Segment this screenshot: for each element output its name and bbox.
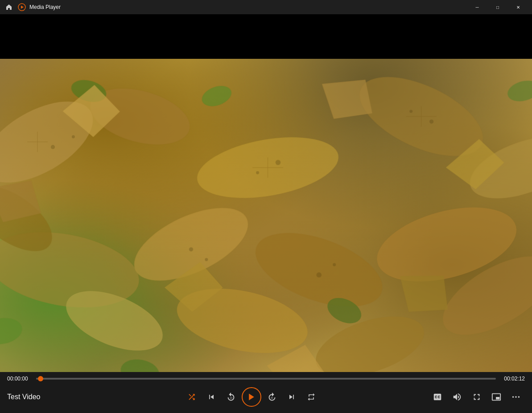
minimize-button[interactable]: ─ <box>467 0 487 14</box>
svg-point-40 <box>409 110 412 113</box>
svg-point-41 <box>189 247 193 251</box>
miniplayer-icon <box>491 392 501 402</box>
playback-controls: 10 30 <box>183 387 320 407</box>
svg-point-43 <box>316 272 321 277</box>
controls-row: Test Video 10 <box>0 384 532 413</box>
svg-point-49 <box>515 396 517 398</box>
play-button[interactable] <box>242 387 261 407</box>
svg-text:30: 30 <box>270 397 273 399</box>
current-time: 00:00:00 <box>7 376 32 382</box>
svg-point-48 <box>512 396 514 398</box>
black-top-bar <box>0 14 532 59</box>
home-button[interactable] <box>4 2 14 12</box>
media-title: Test Video <box>7 393 74 401</box>
controls-area: 00:00:00 00:02:12 Test Video <box>0 372 532 413</box>
shuffle-button[interactable] <box>183 388 201 406</box>
fullscreen-icon <box>472 392 482 402</box>
titlebar-left: Media Player <box>4 2 467 12</box>
play-icon <box>247 393 256 401</box>
repeat-button[interactable] <box>302 388 320 406</box>
svg-point-50 <box>518 396 520 398</box>
volume-button[interactable] <box>448 388 466 406</box>
volume-icon <box>452 392 462 402</box>
skip-previous-icon <box>207 393 216 401</box>
repeat-icon <box>307 393 316 401</box>
progress-thumb <box>38 376 43 381</box>
total-time: 00:02:12 <box>500 376 525 382</box>
close-button[interactable]: ✕ <box>508 0 528 14</box>
svg-point-37 <box>276 160 280 165</box>
svg-point-16 <box>0 315 24 347</box>
fullscreen-button[interactable] <box>468 388 486 406</box>
svg-point-44 <box>333 263 336 266</box>
shuffle-icon <box>187 393 196 401</box>
more-icon <box>511 392 521 402</box>
svg-point-38 <box>256 171 259 174</box>
svg-point-14 <box>309 305 431 372</box>
svg-point-20 <box>505 78 532 105</box>
leaves-overlay <box>0 14 532 372</box>
svg-text:10: 10 <box>230 397 232 399</box>
titlebar-controls: ─ □ ✕ <box>467 0 528 14</box>
maximize-button[interactable]: □ <box>487 0 508 14</box>
titlebar: Media Player ─ □ ✕ <box>0 0 532 14</box>
miniplayer-button[interactable] <box>487 388 505 406</box>
svg-point-36 <box>72 135 75 139</box>
previous-button[interactable] <box>202 388 220 406</box>
video-frame <box>0 14 532 372</box>
captions-icon <box>433 392 442 402</box>
more-button[interactable] <box>507 388 525 406</box>
progress-track[interactable] <box>36 378 496 380</box>
forward-30-icon: 30 <box>267 392 277 402</box>
app-title: Media Player <box>29 4 61 10</box>
video-placeholder <box>0 14 532 372</box>
svg-marker-1 <box>21 6 24 9</box>
svg-point-18 <box>199 82 234 110</box>
skip-next-icon <box>287 393 296 401</box>
replay-10-icon: 10 <box>226 392 236 402</box>
svg-point-42 <box>205 258 208 261</box>
rewind-button[interactable]: 10 <box>222 388 240 406</box>
svg-point-35 <box>51 145 55 149</box>
home-icon <box>5 4 12 11</box>
svg-marker-46 <box>249 394 254 401</box>
captions-button[interactable] <box>429 388 446 406</box>
forward-button[interactable]: 30 <box>263 388 281 406</box>
next-button[interactable] <box>283 388 301 406</box>
play-circle-icon <box>18 3 26 11</box>
app-icon <box>18 3 26 11</box>
video-area[interactable] <box>0 14 532 372</box>
right-controls <box>429 388 525 406</box>
svg-point-39 <box>429 119 433 123</box>
progress-bar-row: 00:00:00 00:02:12 <box>0 372 532 384</box>
svg-point-21 <box>119 356 161 372</box>
